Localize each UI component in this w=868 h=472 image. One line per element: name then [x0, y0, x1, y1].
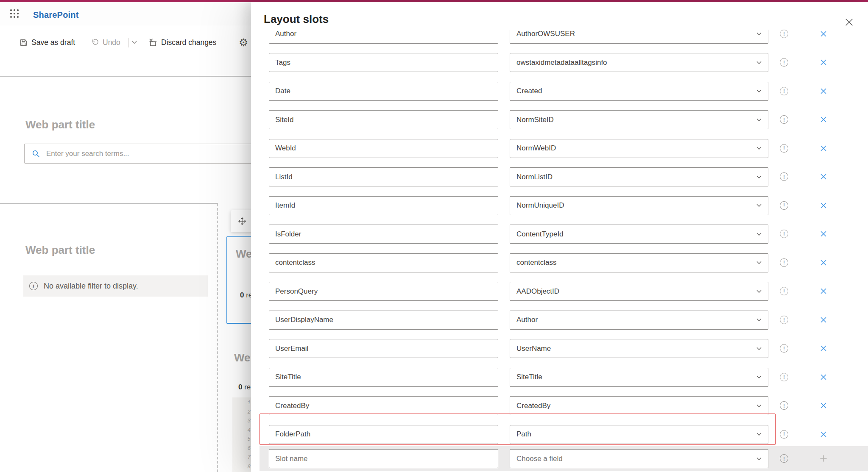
info-icon[interactable]: ! — [780, 316, 788, 324]
new-field-dropdown[interactable]: Choose a field — [510, 449, 768, 468]
field-dropdown-value: Author — [510, 316, 756, 324]
info-icon[interactable]: ! — [780, 58, 788, 67]
slot-name-input[interactable] — [269, 53, 498, 72]
field-dropdown[interactable]: NormWebID — [510, 139, 768, 158]
slot-name-input[interactable] — [269, 30, 498, 44]
field-dropdown[interactable]: AADObjectID — [510, 282, 768, 301]
chevron-down-icon — [756, 89, 762, 93]
slot-name-input[interactable] — [269, 368, 498, 387]
move-icon — [237, 217, 247, 226]
remove-slot-button[interactable] — [820, 431, 827, 438]
slot-name-input[interactable] — [269, 82, 498, 101]
line-number: 7 — [232, 453, 251, 463]
slot-name-input[interactable] — [269, 110, 498, 129]
field-dropdown[interactable]: contentclass — [510, 253, 768, 272]
slot-name-input[interactable] — [269, 196, 498, 215]
field-dropdown[interactable]: owstaxidmetadataalltagsinfo — [510, 53, 768, 72]
info-icon[interactable]: ! — [780, 201, 788, 210]
info-icon[interactable]: ! — [780, 30, 788, 38]
close-panel-button[interactable] — [843, 16, 855, 28]
remove-slot-button[interactable] — [820, 59, 827, 66]
info-icon[interactable]: ! — [780, 287, 788, 295]
info-icon[interactable]: ! — [780, 87, 788, 95]
field-dropdown[interactable]: Path — [510, 425, 768, 444]
layout-slot-row-highlighted: Path ! — [269, 425, 846, 444]
remove-slot-button[interactable] — [820, 88, 827, 94]
info-icon[interactable]: ! — [780, 230, 788, 238]
field-dropdown[interactable]: UserName — [510, 339, 768, 358]
slot-name-input[interactable] — [269, 139, 498, 158]
new-slot-name-input[interactable] — [269, 449, 498, 468]
info-icon[interactable]: ! — [780, 144, 788, 153]
field-dropdown-value: SiteTitle — [510, 373, 756, 381]
remove-slot-button[interactable] — [820, 317, 827, 323]
undo-split-chevron-down-icon[interactable] — [132, 41, 137, 44]
field-dropdown[interactable]: NormSiteID — [510, 110, 768, 129]
slot-name-input[interactable] — [269, 339, 498, 358]
remove-slot-button[interactable] — [820, 31, 827, 37]
command-bar: Save as draft Undo — [0, 25, 254, 59]
chevron-down-icon — [756, 457, 762, 461]
undo-icon — [91, 39, 99, 47]
field-dropdown-value: contentclass — [510, 258, 756, 267]
info-icon[interactable]: ! — [780, 344, 788, 353]
info-icon[interactable]: ! — [780, 172, 788, 181]
line-number: 4 — [232, 426, 251, 436]
chevron-down-icon — [756, 404, 762, 408]
info-icon[interactable]: ! — [780, 401, 788, 410]
undo-button[interactable]: Undo — [91, 25, 120, 59]
field-dropdown[interactable]: ContentTypeId — [510, 225, 768, 244]
slot-name-input[interactable] — [269, 282, 498, 301]
slot-name-input[interactable] — [269, 225, 498, 244]
waffle-menu-icon[interactable] — [10, 9, 19, 18]
remove-slot-button[interactable] — [820, 288, 827, 294]
info-icon: i — [29, 282, 38, 290]
section-divider — [0, 203, 218, 204]
field-dropdown-value: CreatedBy — [510, 402, 756, 410]
info-icon[interactable]: ! — [780, 430, 788, 439]
chevron-down-icon — [756, 204, 762, 207]
remove-slot-button[interactable] — [820, 259, 827, 266]
remove-slot-button[interactable] — [820, 345, 827, 352]
discard-changes-button[interactable]: Discard changes — [148, 25, 216, 59]
slot-name-input[interactable] — [269, 396, 498, 415]
chevron-down-icon — [756, 61, 762, 64]
field-dropdown-value: Path — [510, 430, 756, 439]
field-dropdown-value: UserName — [510, 344, 756, 353]
empty-filter-message-bar: i No available filter to display. — [23, 275, 208, 297]
gear-icon[interactable]: ⚙ — [239, 36, 248, 49]
slot-name-input[interactable] — [269, 311, 498, 330]
field-dropdown[interactable]: Created — [510, 82, 768, 101]
slot-name-input[interactable] — [269, 167, 498, 186]
chevron-down-icon — [756, 175, 762, 179]
slot-name-input[interactable] — [269, 253, 498, 272]
slot-name-input[interactable] — [269, 425, 498, 444]
remove-slot-button[interactable] — [820, 116, 827, 123]
field-dropdown[interactable]: SiteTitle — [510, 368, 768, 387]
field-dropdown[interactable]: NormListID — [510, 167, 768, 186]
chevron-down-icon — [756, 147, 762, 150]
info-icon[interactable]: ! — [780, 258, 788, 267]
app-logo-text[interactable]: SharePoint — [33, 10, 79, 20]
info-icon[interactable]: ! — [780, 373, 788, 381]
section-divider — [0, 76, 254, 77]
remove-slot-button[interactable] — [820, 230, 827, 237]
remove-slot-button[interactable] — [820, 202, 827, 209]
add-slot-button[interactable] — [820, 455, 827, 462]
field-dropdown[interactable]: CreatedBy — [510, 396, 768, 415]
remove-slot-button[interactable] — [820, 402, 827, 409]
field-dropdown[interactable]: Author — [510, 311, 768, 330]
chevron-down-icon — [756, 261, 762, 264]
save-as-draft-button[interactable]: Save as draft — [20, 25, 75, 59]
field-dropdown[interactable]: NormUniqueID — [510, 196, 768, 215]
field-dropdown-value: NormSiteID — [510, 116, 756, 124]
info-icon[interactable]: ! — [780, 454, 788, 463]
remove-slot-button[interactable] — [820, 145, 827, 152]
remove-slot-button[interactable] — [820, 374, 827, 380]
new-slot-row: Choose a field ! — [269, 449, 846, 468]
layout-slot-row: owstaxidmetadataalltagsinfo ! — [269, 53, 846, 72]
field-dropdown[interactable]: AuthorOWSUSER — [510, 30, 768, 44]
remove-slot-button[interactable] — [820, 173, 827, 180]
info-icon[interactable]: ! — [780, 115, 788, 124]
line-number: 5 — [232, 435, 251, 444]
